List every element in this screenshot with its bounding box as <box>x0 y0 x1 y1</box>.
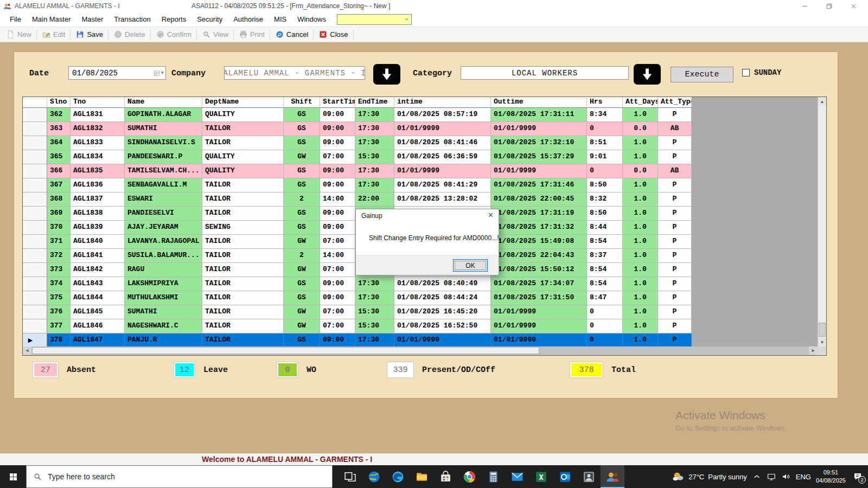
scroll-left-icon[interactable]: ◄ <box>23 346 31 355</box>
table-cell[interactable]: 09:00 <box>320 122 355 136</box>
table-cell[interactable]: P <box>658 192 692 207</box>
row-selector[interactable] <box>23 108 47 122</box>
table-cell[interactable]: 1.0 <box>623 235 658 249</box>
table-cell[interactable]: P <box>658 291 692 305</box>
table-cell[interactable]: AGL1840 <box>71 235 125 249</box>
table-cell[interactable]: 0.0 <box>623 164 658 178</box>
table-cell[interactable]: 0 <box>587 122 623 136</box>
table-cell[interactable]: 01/08/2025 17:31:32 <box>491 221 587 235</box>
table-cell[interactable]: AJAY.JEYARAM <box>125 221 202 235</box>
table-cell[interactable]: TAILOR <box>202 319 284 333</box>
horizontal-scroll-thumb[interactable] <box>32 347 539 354</box>
taskbar-app-calculator[interactable] <box>481 465 505 488</box>
calendar-icon[interactable] <box>153 69 161 77</box>
table-cell[interactable]: AGL1844 <box>71 291 125 305</box>
table-cell[interactable]: TAILOR <box>202 277 284 291</box>
toolbar-edit-button[interactable]: Edit <box>38 29 69 40</box>
menu-item-mis[interactable]: MIS <box>269 12 292 26</box>
table-cell[interactable]: AGL1843 <box>71 277 125 291</box>
table-cell[interactable]: 09:00 <box>320 277 355 291</box>
row-selector[interactable] <box>23 122 47 136</box>
table-cell[interactable]: 01/01/9999 <box>491 319 587 333</box>
table-cell[interactable]: 01/08/2025 17:31:50 <box>491 291 587 305</box>
menu-item-authorise[interactable]: Authorise <box>228 12 269 26</box>
table-cell[interactable]: AGL1845 <box>71 305 125 319</box>
table-cell[interactable]: 1.0 <box>623 305 658 319</box>
table-cell[interactable]: GS <box>284 178 320 192</box>
table-cell[interactable]: 01/08/2025 17:31:46 <box>491 178 587 192</box>
table-cell[interactable]: 09:00 <box>320 136 355 150</box>
menu-item-transaction[interactable]: Transaction <box>108 12 156 26</box>
table-row[interactable]: 376AGL1845SUMATHITAILORGW07:0015:3001/08… <box>23 305 818 319</box>
table-cell[interactable]: 375 <box>47 291 71 305</box>
table-cell[interactable]: P <box>658 305 692 319</box>
ok-button[interactable]: OK <box>453 259 488 272</box>
column-header-starttime[interactable]: StartTime <box>320 97 355 108</box>
table-cell[interactable]: GW <box>284 305 320 319</box>
row-selector[interactable] <box>23 221 47 235</box>
row-selector[interactable] <box>23 305 47 319</box>
table-row[interactable]: 368AGL1837ESWARITAILOR214:0022:0001/08/2… <box>23 192 818 207</box>
scroll-down-icon[interactable]: ▼ <box>818 338 826 346</box>
menu-item-master[interactable]: Master <box>76 12 108 26</box>
table-cell[interactable]: 01/08/2025 22:04:43 <box>491 249 587 263</box>
dialog-close-icon[interactable]: ✕ <box>488 211 494 219</box>
table-cell[interactable]: 1.0 <box>623 192 658 207</box>
table-cell[interactable]: 366 <box>47 164 71 178</box>
category-input[interactable]: LOCAL WORKERS <box>461 66 629 80</box>
table-cell[interactable]: 8:44 <box>587 221 623 235</box>
row-selector[interactable] <box>23 277 47 291</box>
table-cell[interactable]: 14:00 <box>320 192 355 207</box>
table-cell[interactable]: 364 <box>47 136 71 150</box>
scroll-right-icon[interactable]: ► <box>809 346 818 355</box>
start-button[interactable] <box>0 465 26 488</box>
table-cell[interactable]: 363 <box>47 122 71 136</box>
table-cell[interactable]: 15:30 <box>355 319 394 333</box>
taskbar-app-task-view[interactable] <box>338 465 362 488</box>
table-cell[interactable]: P <box>658 108 692 122</box>
menu-item-main-master[interactable]: Main Master <box>27 12 76 26</box>
table-cell[interactable]: 15:30 <box>355 305 394 319</box>
table-cell[interactable]: 01/08/2025 16:52:50 <box>394 319 491 333</box>
menu-item-security[interactable]: Security <box>192 12 228 26</box>
minimize-icon[interactable] <box>793 0 817 12</box>
table-cell[interactable]: 17:30 <box>355 277 394 291</box>
table-cell[interactable]: 22:00 <box>355 192 394 207</box>
table-cell[interactable]: 01/08/2025 17:32:10 <box>491 136 587 150</box>
restore-icon[interactable] <box>817 0 841 12</box>
table-cell[interactable]: P <box>658 235 692 249</box>
speaker-icon[interactable] <box>781 472 791 481</box>
table-cell[interactable]: 15:30 <box>355 150 394 164</box>
sunday-checkbox[interactable] <box>742 69 750 76</box>
table-cell[interactable]: QUALITY <box>202 150 284 164</box>
table-cell[interactable]: 0 <box>587 333 623 346</box>
table-cell[interactable]: AGL1841 <box>71 249 125 263</box>
taskbar-app-store[interactable] <box>433 465 457 488</box>
table-cell[interactable]: 0.0 <box>623 122 658 136</box>
table-cell[interactable]: LAVANYA.RAJAGOPAL <box>125 235 202 249</box>
table-cell[interactable]: 365 <box>47 150 71 164</box>
table-cell[interactable]: TAILOR <box>202 235 284 249</box>
table-row[interactable]: 366AGL1835TAMILSELVAM.CH...QUALITYGS09:0… <box>23 164 818 178</box>
table-cell[interactable]: 01/08/2025 15:37:29 <box>491 150 587 164</box>
table-cell[interactable]: 1.0 <box>623 207 658 221</box>
network-icon[interactable] <box>767 472 776 481</box>
table-cell[interactable]: 1.0 <box>623 277 658 291</box>
table-cell[interactable]: GS <box>284 207 320 221</box>
table-cell[interactable]: GS <box>284 108 320 122</box>
toolbar-print-button[interactable]: Print <box>235 29 269 40</box>
table-cell[interactable]: 01/08/2025 17:31:19 <box>491 207 587 221</box>
row-selector[interactable] <box>23 263 47 277</box>
table-cell[interactable]: SENBAGAVALLI.M <box>125 178 202 192</box>
menu-item-reports[interactable]: Reports <box>156 12 192 26</box>
table-cell[interactable]: 367 <box>47 178 71 192</box>
table-cell[interactable]: 369 <box>47 207 71 221</box>
table-cell[interactable]: AGL1842 <box>71 263 125 277</box>
table-cell[interactable]: 01/08/2025 08:40:49 <box>394 277 491 291</box>
table-cell[interactable]: 371 <box>47 235 71 249</box>
table-cell[interactable]: SINDHANAISELVI.S <box>125 136 202 150</box>
row-selector[interactable]: ▶ <box>23 333 47 346</box>
table-cell[interactable]: P <box>658 263 692 277</box>
row-selector[interactable] <box>23 150 47 164</box>
table-cell[interactable]: P <box>658 136 692 150</box>
